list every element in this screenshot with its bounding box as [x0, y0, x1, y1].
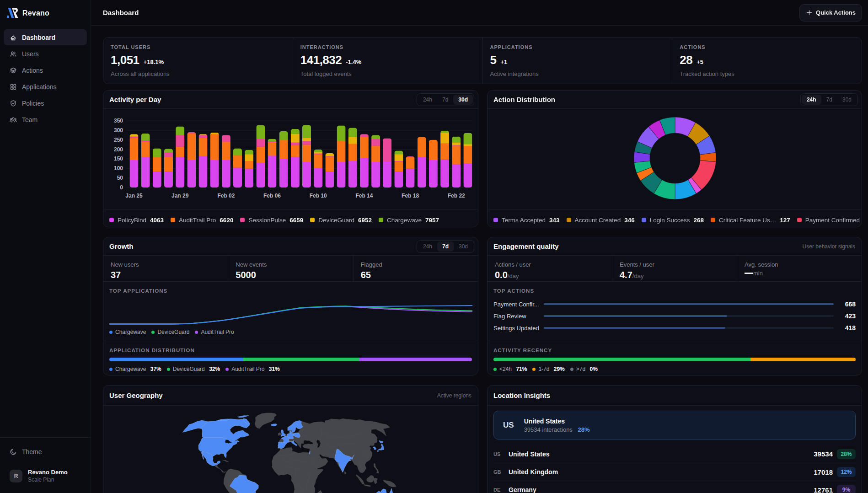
svg-text:100: 100	[114, 165, 123, 171]
svg-text:Feb 10: Feb 10	[310, 193, 327, 199]
svg-text:350: 350	[114, 118, 123, 124]
svg-text:300: 300	[114, 127, 123, 134]
svg-text:Jan 25: Jan 25	[125, 193, 143, 199]
svg-text:Feb 18: Feb 18	[402, 193, 419, 199]
svg-text:Feb 06: Feb 06	[263, 193, 281, 199]
svg-text:Jan 29: Jan 29	[171, 193, 189, 199]
svg-text:0: 0	[120, 184, 123, 191]
svg-text:200: 200	[114, 146, 123, 153]
svg-text:Feb 02: Feb 02	[217, 193, 235, 199]
svg-text:250: 250	[114, 137, 123, 143]
svg-text:150: 150	[114, 155, 123, 162]
svg-text:Feb 22: Feb 22	[448, 193, 465, 199]
svg-text:Feb 14: Feb 14	[355, 193, 373, 199]
svg-text:50: 50	[117, 175, 123, 181]
